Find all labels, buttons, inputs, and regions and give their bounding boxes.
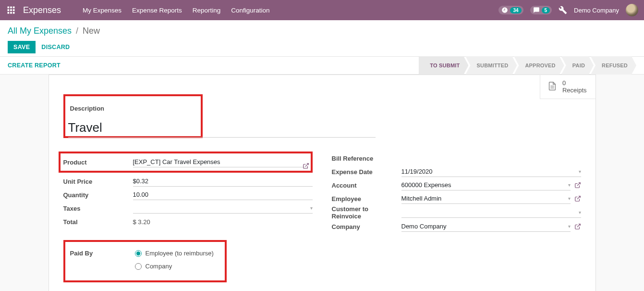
chevron-down-icon[interactable]: ▾ [579, 210, 581, 215]
unit-price-input[interactable] [133, 176, 313, 187]
top-menu: My Expenses Expense Reports Reporting Co… [83, 7, 269, 14]
employee-input[interactable] [401, 193, 565, 203]
chevron-down-icon[interactable]: ▾ [310, 205, 313, 211]
svg-rect-7 [10, 12, 12, 14]
svg-rect-1 [10, 7, 12, 9]
apps-icon[interactable] [6, 5, 16, 15]
settings-icon[interactable] [559, 6, 567, 14]
paid-by-company-radio[interactable] [135, 263, 142, 270]
form-sheet: 0 Receipts Description Product [49, 75, 596, 291]
expense-date-input[interactable] [401, 166, 576, 177]
top-nav: Expenses My Expenses Expense Reports Rep… [0, 0, 644, 20]
status-to-submit[interactable]: TO SUBMIT [419, 56, 468, 75]
status-submitted[interactable]: SUBMITTED [465, 56, 517, 75]
svg-rect-5 [13, 9, 15, 11]
company-switcher[interactable]: Demo Company [574, 7, 619, 14]
document-icon [547, 81, 558, 93]
product-input[interactable] [133, 157, 308, 167]
receipts-count: 0 [562, 80, 587, 87]
messages-pill[interactable]: 5 [530, 6, 552, 14]
svg-rect-6 [8, 12, 10, 14]
receipts-label: Receipts [562, 87, 587, 94]
svg-rect-3 [8, 9, 10, 11]
account-external-link-icon[interactable] [574, 182, 581, 189]
paid-by-employee-label[interactable]: Employee (to reimburse) [146, 250, 214, 257]
message-icon [533, 7, 540, 13]
breadcrumb-current: New [83, 26, 100, 36]
svg-rect-0 [8, 7, 10, 9]
svg-rect-8 [13, 12, 15, 14]
account-input[interactable] [401, 180, 565, 190]
status-refused[interactable]: REFUSED [591, 56, 636, 75]
chevron-down-icon[interactable]: ▾ [579, 169, 581, 174]
total-value: $ 3.20 [133, 217, 150, 227]
product-label: Product [63, 159, 133, 166]
user-avatar[interactable] [626, 4, 638, 16]
company-external-link-icon[interactable] [574, 223, 581, 230]
menu-reporting[interactable]: Reporting [193, 7, 221, 14]
unit-price-label: Unit Price [63, 178, 133, 185]
company-input[interactable] [401, 221, 565, 231]
clock-icon [501, 7, 508, 13]
activities-pill[interactable]: 34 [498, 6, 523, 14]
taxes-label: Taxes [63, 205, 133, 212]
employee-label: Employee [332, 195, 401, 202]
paid-by-employee-radio[interactable] [135, 250, 142, 257]
account-label: Account [332, 182, 401, 189]
activities-badge: 34 [510, 7, 521, 13]
discard-button[interactable]: DISCARD [41, 44, 70, 51]
total-label: Total [63, 218, 133, 226]
status-approved[interactable]: APPROVED [514, 56, 564, 75]
status-paid[interactable]: PAID [561, 56, 594, 75]
menu-expense-reports[interactable]: Expense Reports [132, 7, 182, 14]
quantity-label: Quantity [63, 191, 133, 199]
breadcrumb: All My Expenses / New [8, 26, 636, 36]
breadcrumb-root[interactable]: All My Expenses [8, 26, 72, 36]
paid-by-label: Paid By [70, 250, 135, 276]
svg-rect-4 [10, 9, 12, 11]
status-bar: CREATE REPORT TO SUBMIT SUBMITTED APPROV… [0, 56, 644, 75]
product-external-link-icon[interactable] [303, 163, 309, 169]
svg-rect-2 [13, 7, 15, 9]
left-column: Product Unit Price [63, 152, 313, 282]
taxes-input[interactable] [133, 203, 307, 213]
employee-external-link-icon[interactable] [574, 195, 581, 202]
menu-configuration[interactable]: Configuration [231, 7, 269, 14]
company-label: Company [332, 223, 401, 230]
customer-to-reinvoice-input[interactable] [401, 207, 576, 217]
bill-reference-label: Bill Reference [332, 155, 401, 162]
breadcrumb-sep: / [76, 26, 78, 36]
customer-to-reinvoice-label: Customer to Reinvoice [332, 205, 401, 220]
chevron-down-icon[interactable]: ▾ [568, 224, 571, 229]
description-label: Description [70, 105, 196, 112]
quantity-input[interactable] [133, 190, 313, 200]
chevron-down-icon[interactable]: ▾ [568, 196, 571, 201]
expense-date-label: Expense Date [332, 168, 401, 176]
status-steps: TO SUBMIT SUBMITTED APPROVED PAID REFUSE… [419, 56, 636, 75]
control-bar: All My Expenses / New SAVE DISCARD [0, 20, 644, 56]
paid-by-highlight: Paid By Employee (to reimburse) Company [63, 240, 227, 282]
create-report-button[interactable]: CREATE REPORT [8, 62, 61, 69]
right-column: Bill Reference Expense Date ▾ Account [332, 152, 581, 282]
paid-by-company-label[interactable]: Company [146, 263, 172, 270]
app-brand[interactable]: Expenses [23, 5, 61, 15]
product-highlight: Product [59, 152, 313, 173]
description-input[interactable] [68, 120, 376, 138]
menu-my-expenses[interactable]: My Expenses [83, 7, 122, 14]
save-button[interactable]: SAVE [8, 41, 36, 53]
messages-badge: 5 [542, 7, 550, 13]
chevron-down-icon[interactable]: ▾ [568, 182, 571, 188]
